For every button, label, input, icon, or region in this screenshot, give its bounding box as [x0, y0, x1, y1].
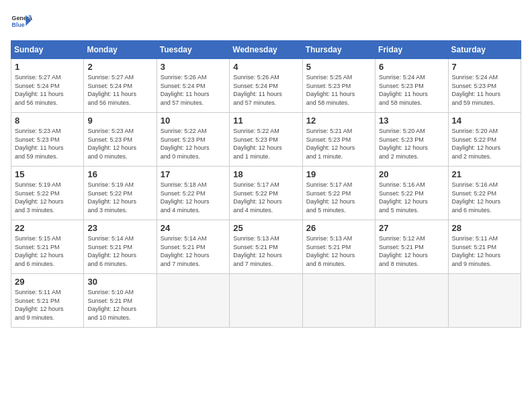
day-number: 18	[233, 169, 298, 179]
weekday-header: Friday	[375, 41, 448, 59]
day-number: 16	[87, 169, 152, 179]
day-info: Sunrise: 5:20 AM Sunset: 5:23 PM Dayligh…	[379, 127, 444, 161]
calendar-day-cell: 29Sunrise: 5:11 AM Sunset: 5:21 PM Dayli…	[11, 274, 84, 328]
day-number: 8	[15, 116, 80, 126]
day-number: 21	[452, 169, 517, 179]
calendar-day-cell: 12Sunrise: 5:21 AM Sunset: 5:23 PM Dayli…	[302, 113, 375, 167]
day-info: Sunrise: 5:24 AM Sunset: 5:23 PM Dayligh…	[379, 73, 444, 107]
day-number: 7	[452, 62, 517, 72]
calendar-day-cell: 10Sunrise: 5:22 AM Sunset: 5:23 PM Dayli…	[157, 113, 229, 167]
calendar-day-cell: 3Sunrise: 5:26 AM Sunset: 5:24 PM Daylig…	[157, 59, 229, 113]
calendar-day-cell: 27Sunrise: 5:12 AM Sunset: 5:21 PM Dayli…	[375, 220, 448, 274]
day-info: Sunrise: 5:20 AM Sunset: 5:22 PM Dayligh…	[452, 127, 517, 161]
day-info: Sunrise: 5:22 AM Sunset: 5:23 PM Dayligh…	[233, 127, 298, 161]
day-info: Sunrise: 5:13 AM Sunset: 5:21 PM Dayligh…	[306, 234, 371, 268]
calendar-day-cell	[302, 274, 375, 328]
day-info: Sunrise: 5:14 AM Sunset: 5:21 PM Dayligh…	[161, 234, 226, 268]
day-info: Sunrise: 5:24 AM Sunset: 5:23 PM Dayligh…	[452, 73, 517, 107]
day-info: Sunrise: 5:26 AM Sunset: 5:24 PM Dayligh…	[233, 73, 298, 107]
day-info: Sunrise: 5:27 AM Sunset: 5:24 PM Dayligh…	[15, 73, 80, 107]
day-number: 17	[161, 169, 226, 179]
calendar-day-cell: 24Sunrise: 5:14 AM Sunset: 5:21 PM Dayli…	[157, 220, 229, 274]
calendar-week-row: 15Sunrise: 5:19 AM Sunset: 5:22 PM Dayli…	[11, 167, 521, 220]
day-number: 22	[15, 223, 80, 233]
calendar-day-cell	[157, 274, 229, 328]
day-number: 13	[379, 116, 444, 126]
day-number: 2	[87, 62, 152, 72]
calendar-day-cell: 20Sunrise: 5:16 AM Sunset: 5:22 PM Dayli…	[375, 167, 448, 220]
weekday-header: Thursday	[302, 41, 375, 59]
logo: General Blue	[11, 11, 32, 32]
calendar-day-cell: 22Sunrise: 5:15 AM Sunset: 5:21 PM Dayli…	[11, 220, 84, 274]
day-number: 5	[306, 62, 371, 72]
day-number: 19	[306, 169, 371, 179]
calendar-day-cell	[230, 274, 302, 328]
day-info: Sunrise: 5:25 AM Sunset: 5:23 PM Dayligh…	[306, 73, 371, 107]
calendar-day-cell: 14Sunrise: 5:20 AM Sunset: 5:22 PM Dayli…	[448, 113, 521, 167]
day-number: 29	[15, 277, 80, 287]
calendar-day-cell: 25Sunrise: 5:13 AM Sunset: 5:21 PM Dayli…	[230, 220, 302, 274]
calendar-week-row: 22Sunrise: 5:15 AM Sunset: 5:21 PM Dayli…	[11, 220, 521, 274]
calendar-day-cell: 5Sunrise: 5:25 AM Sunset: 5:23 PM Daylig…	[302, 59, 375, 113]
day-info: Sunrise: 5:23 AM Sunset: 5:23 PM Dayligh…	[15, 127, 80, 161]
calendar-day-cell: 8Sunrise: 5:23 AM Sunset: 5:23 PM Daylig…	[11, 113, 84, 167]
day-info: Sunrise: 5:11 AM Sunset: 5:21 PM Dayligh…	[452, 234, 517, 268]
day-number: 14	[452, 116, 517, 126]
day-number: 15	[15, 169, 80, 179]
day-number: 10	[161, 116, 226, 126]
day-info: Sunrise: 5:23 AM Sunset: 5:23 PM Dayligh…	[87, 127, 152, 161]
day-info: Sunrise: 5:19 AM Sunset: 5:22 PM Dayligh…	[15, 181, 80, 214]
weekday-header: Wednesday	[230, 41, 302, 59]
day-number: 28	[452, 223, 517, 233]
day-number: 24	[161, 223, 226, 233]
day-info: Sunrise: 5:27 AM Sunset: 5:24 PM Dayligh…	[87, 73, 152, 107]
day-info: Sunrise: 5:18 AM Sunset: 5:22 PM Dayligh…	[161, 181, 226, 214]
day-info: Sunrise: 5:17 AM Sunset: 5:22 PM Dayligh…	[306, 181, 371, 214]
day-number: 26	[306, 223, 371, 233]
calendar-day-cell: 13Sunrise: 5:20 AM Sunset: 5:23 PM Dayli…	[375, 113, 448, 167]
weekday-header: Tuesday	[157, 41, 229, 59]
logo-icon: General Blue	[11, 11, 32, 32]
day-number: 9	[87, 116, 152, 126]
day-info: Sunrise: 5:13 AM Sunset: 5:21 PM Dayligh…	[233, 234, 298, 268]
weekday-header-row: SundayMondayTuesdayWednesdayThursdayFrid…	[11, 41, 521, 59]
day-info: Sunrise: 5:11 AM Sunset: 5:21 PM Dayligh…	[15, 288, 80, 322]
day-info: Sunrise: 5:16 AM Sunset: 5:22 PM Dayligh…	[452, 181, 517, 214]
calendar-table: SundayMondayTuesdayWednesdayThursdayFrid…	[11, 40, 521, 328]
day-info: Sunrise: 5:22 AM Sunset: 5:23 PM Dayligh…	[161, 127, 226, 161]
day-number: 3	[161, 62, 226, 72]
calendar-day-cell: 30Sunrise: 5:10 AM Sunset: 5:21 PM Dayli…	[84, 274, 157, 328]
calendar-day-cell: 28Sunrise: 5:11 AM Sunset: 5:21 PM Dayli…	[448, 220, 521, 274]
calendar-day-cell: 2Sunrise: 5:27 AM Sunset: 5:24 PM Daylig…	[84, 59, 157, 113]
calendar-day-cell: 15Sunrise: 5:19 AM Sunset: 5:22 PM Dayli…	[11, 167, 84, 220]
calendar-week-row: 8Sunrise: 5:23 AM Sunset: 5:23 PM Daylig…	[11, 113, 521, 167]
calendar-day-cell: 23Sunrise: 5:14 AM Sunset: 5:21 PM Dayli…	[84, 220, 157, 274]
day-number: 30	[87, 277, 152, 287]
day-number: 6	[379, 62, 444, 72]
calendar-day-cell: 17Sunrise: 5:18 AM Sunset: 5:22 PM Dayli…	[157, 167, 229, 220]
calendar-week-row: 1Sunrise: 5:27 AM Sunset: 5:24 PM Daylig…	[11, 59, 521, 113]
calendar-day-cell: 4Sunrise: 5:26 AM Sunset: 5:24 PM Daylig…	[230, 59, 302, 113]
calendar-day-cell: 1Sunrise: 5:27 AM Sunset: 5:24 PM Daylig…	[11, 59, 84, 113]
day-number: 20	[379, 169, 444, 179]
day-info: Sunrise: 5:15 AM Sunset: 5:21 PM Dayligh…	[15, 234, 80, 268]
day-info: Sunrise: 5:26 AM Sunset: 5:24 PM Dayligh…	[161, 73, 226, 107]
calendar-day-cell	[375, 274, 448, 328]
day-number: 4	[233, 62, 298, 72]
calendar-day-cell: 16Sunrise: 5:19 AM Sunset: 5:22 PM Dayli…	[84, 167, 157, 220]
weekday-header: Saturday	[448, 41, 521, 59]
day-info: Sunrise: 5:10 AM Sunset: 5:21 PM Dayligh…	[87, 288, 152, 322]
calendar-day-cell: 9Sunrise: 5:23 AM Sunset: 5:23 PM Daylig…	[84, 113, 157, 167]
calendar-day-cell: 21Sunrise: 5:16 AM Sunset: 5:22 PM Dayli…	[448, 167, 521, 220]
calendar-day-cell: 7Sunrise: 5:24 AM Sunset: 5:23 PM Daylig…	[448, 59, 521, 113]
calendar-day-cell: 11Sunrise: 5:22 AM Sunset: 5:23 PM Dayli…	[230, 113, 302, 167]
weekday-header: Monday	[84, 41, 157, 59]
day-info: Sunrise: 5:12 AM Sunset: 5:21 PM Dayligh…	[379, 234, 444, 268]
day-info: Sunrise: 5:16 AM Sunset: 5:22 PM Dayligh…	[379, 181, 444, 214]
day-info: Sunrise: 5:14 AM Sunset: 5:21 PM Dayligh…	[87, 234, 152, 268]
day-number: 27	[379, 223, 444, 233]
calendar-week-row: 29Sunrise: 5:11 AM Sunset: 5:21 PM Dayli…	[11, 274, 521, 328]
day-info: Sunrise: 5:21 AM Sunset: 5:23 PM Dayligh…	[306, 127, 371, 161]
day-info: Sunrise: 5:19 AM Sunset: 5:22 PM Dayligh…	[87, 181, 152, 214]
day-number: 1	[15, 62, 80, 72]
